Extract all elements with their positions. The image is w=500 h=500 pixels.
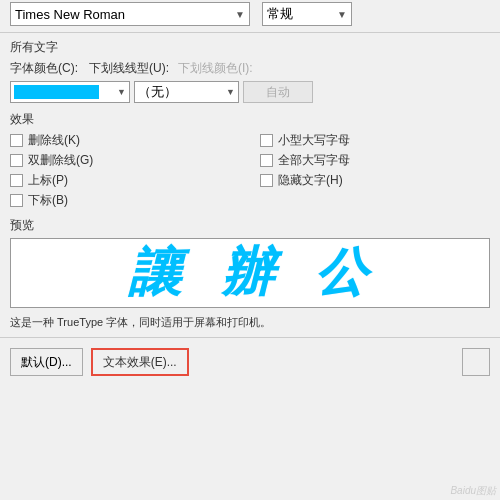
font-top-bar: Times New Roman ▼ 常规 ▼ — [0, 0, 500, 28]
checkbox-hidden-text: 隐藏文字(H) — [260, 172, 490, 189]
underline-type-label: 下划线线型(U): — [89, 60, 174, 77]
small-caps-checkbox[interactable] — [260, 134, 273, 147]
underline-color-label: 下划线颜色(I): — [178, 60, 253, 77]
font-dropdown-arrow-icon: ▼ — [235, 9, 245, 20]
all-text-label: 所有文字 — [10, 39, 490, 56]
color-swatch — [14, 85, 99, 99]
default-button[interactable]: 默认(D)... — [10, 348, 83, 376]
style-dropdown-arrow-icon: ▼ — [337, 9, 347, 20]
preview-title: 预览 — [10, 217, 490, 234]
style-dropdown[interactable]: 常规 ▼ — [262, 2, 352, 26]
hidden-text-checkbox[interactable] — [260, 174, 273, 187]
superscript-checkbox[interactable] — [10, 174, 23, 187]
effects-title: 效果 — [10, 111, 490, 128]
checkbox-subscript: 下标(B) — [10, 192, 240, 209]
subscript-label: 下标(B) — [28, 192, 68, 209]
color-controls-row: ▼ （无） ▼ 自动 — [10, 81, 490, 103]
preview-section: 预览 讓 辦 公 — [0, 215, 500, 312]
font-name-value: Times New Roman — [15, 7, 125, 22]
superscript-label: 上标(P) — [28, 172, 68, 189]
font-name-dropdown[interactable]: Times New Roman ▼ — [10, 2, 250, 26]
double-strikethrough-checkbox[interactable] — [10, 154, 23, 167]
checkbox-strikethrough: 删除线(K) — [10, 132, 240, 149]
underline-value: （无） — [138, 83, 177, 101]
subscript-checkbox[interactable] — [10, 194, 23, 207]
all-caps-label: 全部大写字母 — [278, 152, 350, 169]
preview-box: 讓 辦 公 — [10, 238, 490, 308]
color-btn-arrow-icon: ▼ — [117, 87, 126, 97]
checkbox-small-caps: 小型大写字母 — [260, 132, 490, 149]
strikethrough-label: 删除线(K) — [28, 132, 80, 149]
style-value: 常规 — [267, 5, 293, 23]
auto-button: 自动 — [243, 81, 313, 103]
hidden-text-label: 隐藏文字(H) — [278, 172, 343, 189]
divider-bottom — [0, 337, 500, 338]
color-row: 字体颜色(C): 下划线线型(U): 下划线颜色(I): — [10, 60, 490, 77]
checkbox-all-caps: 全部大写字母 — [260, 152, 490, 169]
font-dialog: Times New Roman ▼ 常规 ▼ 所有文字 字体颜色(C): 下划线… — [0, 0, 500, 500]
preview-text: 讓 辦 公 — [111, 238, 390, 308]
underline-btn-arrow-icon: ▼ — [226, 87, 235, 97]
small-caps-label: 小型大写字母 — [278, 132, 350, 149]
auto-label: 自动 — [266, 84, 290, 101]
divider-top — [0, 32, 500, 33]
all-text-section: 所有文字 字体颜色(C): 下划线线型(U): 下划线颜色(I): ▼ （无） … — [0, 37, 500, 109]
watermark: Baidu图贴 — [450, 484, 496, 498]
checkbox-double-strikethrough: 双删除线(G) — [10, 152, 240, 169]
font-color-button[interactable]: ▼ — [10, 81, 130, 103]
underline-type-button[interactable]: （无） ▼ — [134, 81, 239, 103]
buttons-row: 默认(D)... 文本效果(E)... — [0, 342, 500, 382]
effects-section: 效果 删除线(K) 小型大写字母 双删除线(G) 全部大写字母 上标(P) — [0, 109, 500, 215]
hint-text: 这是一种 TrueType 字体，同时适用于屏幕和打印机。 — [0, 312, 500, 333]
checkbox-superscript: 上标(P) — [10, 172, 240, 189]
strikethrough-checkbox[interactable] — [10, 134, 23, 147]
all-caps-checkbox[interactable] — [260, 154, 273, 167]
text-effect-button[interactable]: 文本效果(E)... — [91, 348, 189, 376]
font-color-label: 字体颜色(C): — [10, 60, 85, 77]
ok-placeholder[interactable] — [462, 348, 490, 376]
effects-grid: 删除线(K) 小型大写字母 双删除线(G) 全部大写字母 上标(P) 隐藏文字(… — [10, 132, 490, 209]
double-strikethrough-label: 双删除线(G) — [28, 152, 93, 169]
